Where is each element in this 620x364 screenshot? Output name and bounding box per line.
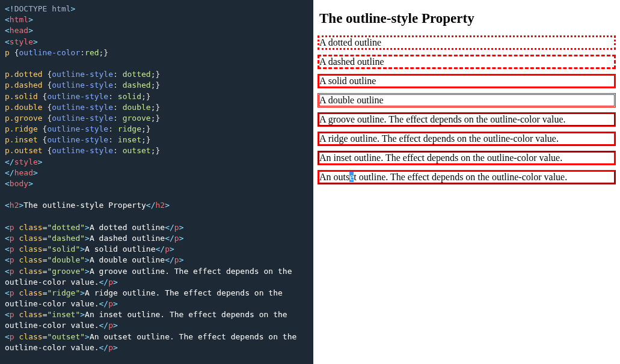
code-editor-pane[interactable]: <!DOCTYPE html><html><head><style>p {out…	[0, 0, 313, 364]
preview-paragraph-dashed: A dashed outline	[319, 56, 614, 67]
preview-paragraph-double: A double outline	[319, 95, 614, 106]
html-open[interactable]: <html>	[5, 14, 308, 25]
preview-pane: The outline-style Property A dotted outl…	[313, 0, 620, 364]
blank-line[interactable]	[5, 211, 308, 222]
p-line-double[interactable]: <p class="double">A double outline</p>	[5, 255, 308, 265]
preview-heading: The outline-style Property	[319, 11, 614, 26]
css-rule-dashed[interactable]: p.dashed {outline-style: dashed;}	[5, 80, 308, 91]
p-line-dotted[interactable]: <p class="dotted">A dotted outline</p>	[5, 222, 308, 233]
p-line-outset[interactable]: <p class="outset">An outset outline. The…	[5, 332, 308, 353]
p-line-ridge[interactable]: <p class="ridge">A ridge outline. The ef…	[5, 288, 308, 309]
css-rule-ridge[interactable]: p.ridge {outline-style: ridge;}	[5, 124, 308, 135]
blank-line[interactable]	[5, 189, 308, 200]
text-cursor: e	[349, 172, 354, 182]
head-close[interactable]: </head>	[5, 168, 308, 178]
preview-paragraph-groove: A groove outline. The effect depends on …	[319, 114, 614, 125]
css-rule-inset[interactable]: p.inset {outline-style: inset;}	[5, 135, 308, 145]
blank-line[interactable]	[5, 58, 308, 69]
p-line-inset[interactable]: <p class="inset">An inset outline. The e…	[5, 309, 308, 331]
h2-line[interactable]: <h2>The outline-style Property</h2>	[5, 200, 308, 211]
css-rule-solid[interactable]: p.solid {outline-style: solid;}	[5, 91, 308, 102]
preview-paragraph-outset: An outset outline. The effect depends on…	[319, 172, 614, 183]
preview-paragraph-solid: A solid outline	[319, 76, 614, 86]
css-rule-double[interactable]: p.double {outline-style: double;}	[5, 102, 308, 113]
blank-line[interactable]	[5, 353, 308, 364]
preview-paragraph-dotted: A dotted outline	[319, 37, 614, 48]
doctype-line[interactable]: <!DOCTYPE html>	[5, 4, 308, 14]
p-line-groove[interactable]: <p class="groove">A groove outline. The …	[5, 266, 308, 288]
preview-paragraph-inset: An inset outline. The effect depends on …	[319, 153, 614, 163]
style-open[interactable]: <style>	[5, 37, 308, 47]
head-open[interactable]: <head>	[5, 25, 308, 36]
css-rule-dotted[interactable]: p.dotted {outline-style: dotted;}	[5, 69, 308, 80]
p-line-solid[interactable]: <p class="solid">A solid outline</p>	[5, 244, 308, 255]
css-rule-outset[interactable]: p.outset {outline-style: outset;}	[5, 145, 308, 156]
preview-paragraph-ridge: A ridge outline. The effect depends on t…	[319, 133, 614, 144]
css-rule-base[interactable]: p {outline-color:red;}	[5, 47, 308, 58]
css-rule-groove[interactable]: p.groove {outline-style: groove;}	[5, 113, 308, 124]
body-open[interactable]: <body>	[5, 178, 308, 189]
p-line-dashed[interactable]: <p class="dashed">A dashed outline</p>	[5, 233, 308, 244]
style-close[interactable]: </style>	[5, 157, 308, 168]
